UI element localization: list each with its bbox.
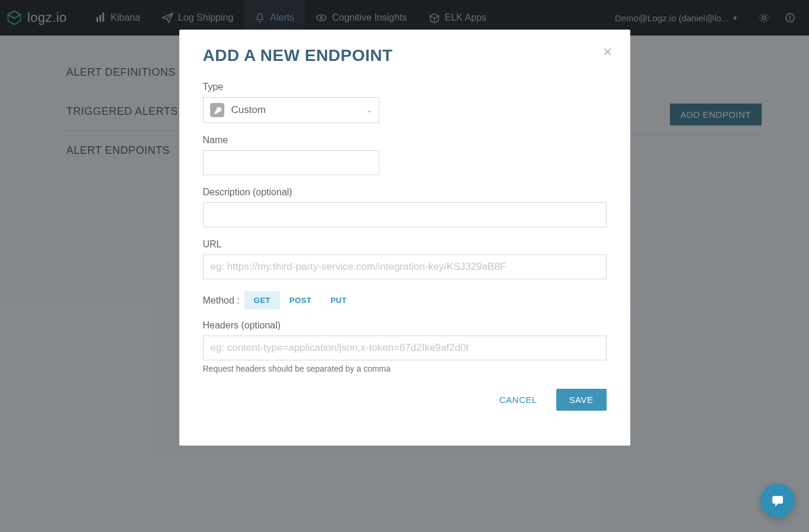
url-group: URL <box>203 239 607 279</box>
name-group: Name <box>203 135 607 175</box>
method-label: Method : <box>203 295 240 306</box>
type-group: Type Custom ⌄ <box>203 82 607 123</box>
close-icon[interactable]: × <box>603 43 612 61</box>
cancel-button[interactable]: CANCEL <box>489 389 548 411</box>
method-get-button[interactable]: GET <box>244 291 280 309</box>
headers-input[interactable] <box>203 336 607 360</box>
headers-group: Headers (optional) Request headers shoul… <box>203 320 607 373</box>
headers-label: Headers (optional) <box>203 320 607 331</box>
name-input[interactable] <box>203 150 379 175</box>
modal-footer: CANCEL SAVE <box>203 389 607 411</box>
type-label: Type <box>203 82 607 92</box>
add-endpoint-modal: × ADD A NEW ENDPOINT Type Custom ⌄ Name … <box>179 30 630 446</box>
method-group: Method : GET POST PUT <box>203 291 607 309</box>
headers-hint: Request headers should be separated by a… <box>203 364 607 373</box>
modal-title: ADD A NEW ENDPOINT <box>203 46 607 65</box>
chat-widget-button[interactable] <box>760 483 795 518</box>
description-input[interactable] <box>203 202 607 227</box>
description-group: Description (optional) <box>203 187 607 227</box>
type-value: Custom <box>231 104 366 116</box>
url-input[interactable] <box>203 254 607 279</box>
save-button[interactable]: SAVE <box>556 389 607 411</box>
method-put-button[interactable]: PUT <box>321 291 356 309</box>
chevron-down-icon: ⌄ <box>366 106 372 114</box>
type-select[interactable]: Custom ⌄ <box>203 97 379 123</box>
svg-rect-7 <box>772 496 783 504</box>
name-label: Name <box>203 135 607 146</box>
chat-icon <box>769 492 786 509</box>
description-label: Description (optional) <box>203 187 607 198</box>
url-label: URL <box>203 239 607 250</box>
modal-overlay: × ADD A NEW ENDPOINT Type Custom ⌄ Name … <box>0 0 809 532</box>
wrench-icon <box>210 103 224 117</box>
method-post-button[interactable]: POST <box>280 291 321 309</box>
